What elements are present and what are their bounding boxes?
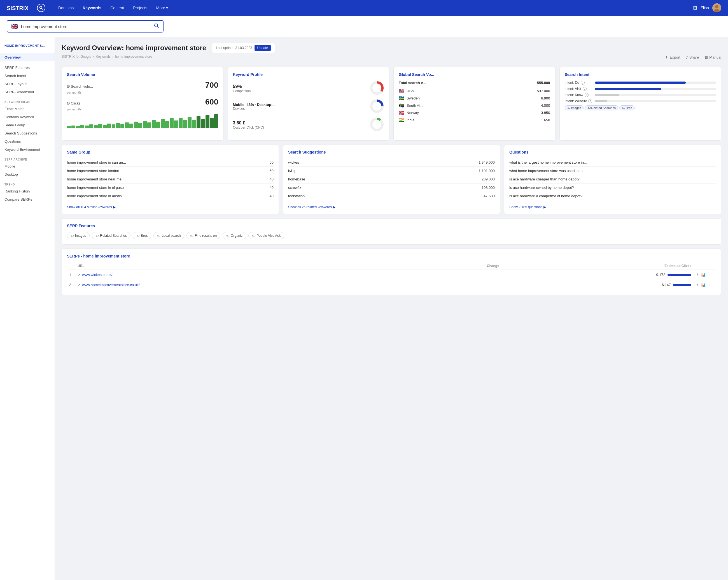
- chart-icon[interactable]: 📊: [701, 283, 706, 287]
- question-text: is ace hardware owned by home depot?: [509, 185, 574, 190]
- tag-label: Find results on: [194, 234, 217, 237]
- nav-domains[interactable]: Domains: [54, 3, 78, 12]
- bar: [174, 121, 178, 128]
- list-item: what home improvement store was used in …: [509, 167, 716, 175]
- feature-tag-organic[interactable]: 🏷 Organic: [223, 232, 246, 239]
- action-bar: ⬇ Export ⤴ Share ▦ Manual: [665, 55, 721, 59]
- bar: [201, 119, 205, 128]
- intent-visit-info[interactable]: ?: [583, 87, 587, 91]
- feature-tag-images[interactable]: 🏷 Images: [67, 232, 89, 239]
- mobile-pct: Mobile: 48% · Desktop:...: [233, 103, 276, 107]
- nav-content[interactable]: Content: [106, 3, 128, 12]
- breadcrumb-keywords[interactable]: Keywords: [96, 55, 111, 58]
- intent-tags: 🏷 Images 🏷 Related Searches 🏷 Bres: [565, 105, 716, 110]
- svg-point-4: [715, 5, 719, 8]
- same-group-show-all[interactable]: Show all 104 similar keywords ▶: [67, 202, 274, 209]
- nav-more[interactable]: More▾: [152, 3, 172, 12]
- col-url: URL: [75, 262, 398, 270]
- sidebar-item-ranking-history[interactable]: Ranking History: [0, 187, 55, 195]
- bar: [156, 122, 160, 128]
- eye-icon[interactable]: 👁: [696, 283, 699, 287]
- volume-bar-chart: [67, 114, 218, 128]
- sidebar-item-search-suggestions[interactable]: Search Suggestions: [0, 129, 55, 137]
- feature-tag-related-searches[interactable]: 🏷 Related Searches: [92, 232, 130, 239]
- nav-keywords[interactable]: Keywords: [79, 3, 105, 12]
- search-icon[interactable]: [154, 23, 159, 30]
- arrow-right-icon[interactable]: →: [707, 283, 711, 287]
- sidebar-item-compare-serps[interactable]: Compare SERPs: [0, 195, 55, 203]
- sidebar-keyword: HOME IMPROVEMENT S...: [4, 44, 50, 47]
- tag-icon: 🏷: [190, 234, 193, 237]
- list-item: is ace hardware cheaper than home depot?: [509, 175, 716, 183]
- intent-website-info[interactable]: ?: [588, 99, 592, 103]
- intent-know-info[interactable]: ?: [584, 93, 589, 97]
- change-cell-1: [420, 270, 501, 280]
- feature-tag-find-results[interactable]: 🏷 Find results on: [186, 232, 220, 239]
- keyword-text: home improvement store in el paso: [67, 185, 124, 190]
- url-text[interactable]: www.wickes.co.uk/: [82, 273, 112, 277]
- sidebar-item-search-intent[interactable]: Search Intent: [0, 72, 55, 80]
- suggestion-value: 1.349.000: [478, 160, 495, 165]
- eye-icon[interactable]: 👁: [696, 273, 699, 277]
- list-item: what is the largest home improvement sto…: [509, 158, 716, 167]
- suggestions-show-all[interactable]: Show all 26 related keywords ▶: [288, 202, 495, 209]
- rank-1: 1: [67, 270, 75, 280]
- sidebar-item-keyword-environment[interactable]: Keyword Environment: [0, 145, 55, 154]
- user-name: Elisa: [701, 6, 709, 10]
- export-button[interactable]: ⬇ Export: [665, 55, 680, 59]
- bar: [129, 124, 133, 128]
- intent-do-info[interactable]: ?: [581, 81, 584, 84]
- share-button[interactable]: ⤴ Share: [686, 55, 699, 59]
- chart-icon[interactable]: 📊: [701, 273, 706, 277]
- list-item: screwfix 198.000: [288, 183, 495, 192]
- logo: SISTRIX: [7, 4, 45, 12]
- update-button[interactable]: Update: [255, 45, 271, 51]
- change-cell-2: [420, 280, 501, 290]
- sidebar-item-overview[interactable]: Overview: [0, 53, 55, 61]
- list-item: home improvement store in san an... 50: [67, 158, 274, 167]
- sidebar-item-exact-match[interactable]: Exact Match: [0, 105, 55, 113]
- total-search-row: Total search v... 555.000: [399, 81, 550, 85]
- competition-pct: 59%: [233, 84, 251, 89]
- bar: [76, 126, 80, 128]
- search-input[interactable]: [21, 24, 151, 29]
- intent-website-label: Intent: Website ?: [565, 99, 593, 103]
- sidebar-item-same-group[interactable]: Same Group: [0, 121, 55, 129]
- serps-title: SERPs - home improvement store: [67, 254, 716, 258]
- intent-tag-images[interactable]: 🏷 Images: [565, 105, 584, 110]
- col-clicks: Estimated Clicks: [501, 262, 694, 270]
- search-volume-card: Search Volume Ø Search volu... 700 per m…: [61, 67, 224, 141]
- feature-tag-bres[interactable]: 🏷 Bres: [133, 232, 152, 239]
- url-text[interactable]: www.homeimprovementstore.co.uk/: [82, 283, 140, 287]
- intent-know-bar: [595, 94, 619, 96]
- sidebar-item-serp-screenshot[interactable]: SERP-Screenshot: [0, 88, 55, 96]
- country-name-norway: Norway: [407, 111, 539, 115]
- bar: [107, 124, 111, 128]
- arrow-right-icon[interactable]: →: [707, 273, 711, 277]
- clicks-label: Ø Clicks: [67, 101, 80, 105]
- intent-tag-related-searches[interactable]: 🏷 Related Searches: [585, 105, 618, 110]
- sidebar-item-serp-layout[interactable]: SERP-Layout: [0, 80, 55, 88]
- main-content: Keyword Overview: home improvement store…: [55, 37, 728, 580]
- sidebar-item-serp-features[interactable]: SERP Features: [0, 64, 55, 72]
- intent-tag-bres[interactable]: 🏷 Bres: [619, 105, 635, 110]
- header: SISTRIX Domains Keywords Content Project…: [0, 0, 728, 16]
- bar: [206, 115, 209, 128]
- questions-show-all[interactable]: Show 2.185 questions ▶: [509, 202, 716, 209]
- feature-tag-people-also-ask[interactable]: 🏷 People Also Ask: [249, 232, 284, 239]
- sidebar-item-questions[interactable]: Questions: [0, 137, 55, 145]
- sidebar-item-mobile[interactable]: Mobile: [0, 162, 55, 170]
- avatar[interactable]: [712, 3, 721, 12]
- sidebar-item-desktop[interactable]: Desktop: [0, 170, 55, 178]
- manual-button[interactable]: ▦ Manual: [704, 55, 721, 59]
- grid-icon[interactable]: ⊞: [693, 5, 697, 11]
- country-val-sweden: 6.900: [541, 96, 550, 100]
- tag-label: People Also Ask: [257, 234, 281, 237]
- nav-projects[interactable]: Projects: [129, 3, 151, 12]
- breadcrumb-home[interactable]: SISTRIX for Google: [61, 55, 91, 58]
- tag-icon-images: 🏷: [567, 106, 570, 109]
- sidebar-item-contains-keyword[interactable]: Contains Keyword: [0, 113, 55, 121]
- keyword-value: 50: [270, 160, 274, 165]
- feature-tag-local-search[interactable]: 🏷 Local search: [153, 232, 184, 239]
- country-val-southafrica: 4.000: [541, 103, 550, 108]
